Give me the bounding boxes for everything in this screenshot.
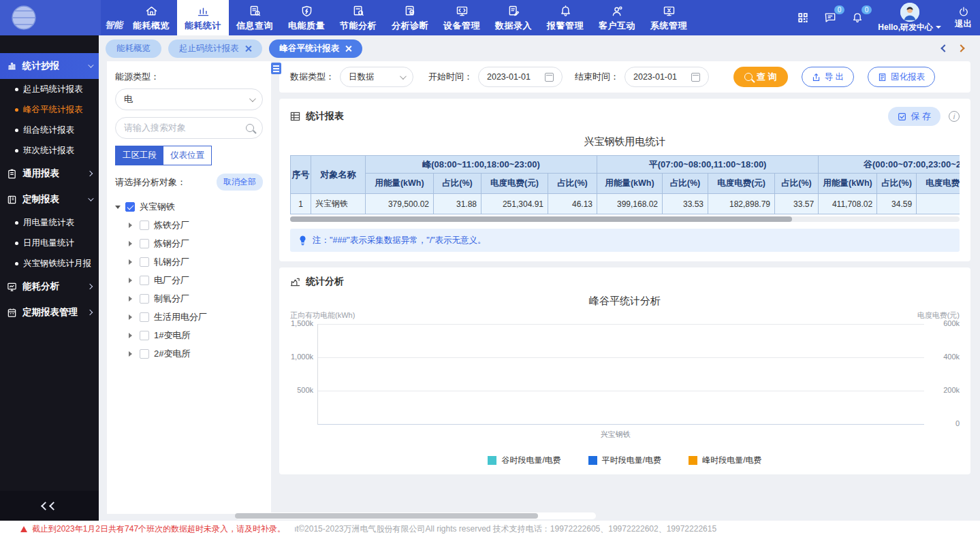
tab-peak-valley-report[interactable]: 峰谷平统计报表 — [269, 39, 363, 58]
search-input[interactable]: 请输入搜索对象 — [115, 117, 263, 139]
nav-item-device-management[interactable]: 设备管理 — [436, 0, 488, 35]
info-icon[interactable] — [949, 111, 960, 122]
notification-bell-icon[interactable]: 0 — [851, 11, 864, 25]
query-button[interactable]: 查 询 — [733, 67, 788, 87]
sidebar-item-monthly-report[interactable]: 兴宝钢铁统计月报 — [0, 253, 99, 274]
sidebar-item-peak-valley-report[interactable]: 峰谷平统计报表 — [0, 99, 99, 120]
tree-node[interactable]: 制氧分厂 — [115, 289, 263, 308]
nav-item-customer-interaction[interactable]: 客户互动 — [591, 0, 643, 35]
tree-node[interactable]: 炼钢分厂 — [115, 234, 263, 253]
start-time-label: 开始时间： — [428, 71, 473, 83]
export-button[interactable]: 导 出 — [802, 67, 854, 87]
table-title: 兴宝钢铁用电统计 — [290, 135, 960, 148]
close-icon[interactable] — [345, 46, 351, 52]
monitor-chart-icon — [7, 282, 17, 292]
tree-collapse-icon[interactable] — [129, 278, 135, 283]
home-icon — [144, 4, 159, 18]
stacked-bar-chart: 正向有功电能(kWh) 电度电费(元) 1,500k 1,000k 500k 6… — [290, 309, 960, 444]
message-icon[interactable]: 0 — [823, 11, 837, 25]
tree-node[interactable]: 2#变电所 — [115, 344, 263, 363]
tab-work-section[interactable]: 工区工段 — [116, 146, 163, 165]
nav-item-label: 设备管理 — [443, 20, 480, 32]
nav-item-analysis-diagnosis[interactable]: 分析诊断 — [384, 0, 436, 35]
cell-value: 34.59 — [877, 194, 917, 214]
nav-item-energy-overview[interactable]: 能耗概览 — [125, 0, 177, 35]
overdue-warning: 截止到2023年1月2日共有747个班次的数据超时未录入，请及时补录。 — [0, 523, 295, 535]
start-date-input[interactable]: 2023-01-01 — [478, 67, 563, 87]
close-icon[interactable] — [245, 46, 251, 52]
checkbox[interactable] — [140, 239, 149, 248]
checkbox[interactable] — [140, 294, 149, 304]
legend-item-valley[interactable]: 谷时段电量/电费 — [488, 455, 560, 466]
sidebar-group-custom-report[interactable]: 定制报表 — [0, 186, 99, 212]
nav-item-power-quality[interactable]: 电能质量 — [281, 0, 332, 35]
sidebar-group-stat-report[interactable]: 统计抄报 — [0, 53, 99, 79]
tree-expand-icon[interactable] — [115, 206, 121, 212]
sidebar-item-power-usage-stats[interactable]: 用电量统计表 — [0, 212, 99, 233]
data-type-select[interactable]: 日数据 — [340, 67, 413, 87]
checkbox[interactable] — [140, 221, 149, 230]
tree-collapse-icon[interactable] — [129, 223, 135, 228]
tab-meter-position[interactable]: 仪表位置 — [163, 146, 211, 165]
sidebar-group-general-report[interactable]: 通用报表 — [0, 161, 99, 186]
query-button-label: 查 询 — [757, 71, 777, 83]
table-horizontal-scrollbar[interactable] — [290, 216, 960, 222]
nav-item-data-entry[interactable]: 数据录入 — [488, 0, 539, 35]
chevron-left-icon[interactable] — [941, 44, 948, 52]
page-horizontal-scrollbar[interactable] — [235, 512, 596, 519]
checkbox[interactable] — [140, 349, 149, 359]
col-header-energy: 用能量(kWh) — [366, 174, 434, 194]
checkbox-checked[interactable] — [125, 202, 135, 212]
qr-code-icon[interactable] — [796, 11, 810, 25]
filter-panel-toggle-icon[interactable] — [271, 63, 281, 74]
chart-title: 峰谷平统计分析 — [290, 295, 960, 308]
nav-item-energy-stats[interactable]: 能耗统计 — [177, 0, 229, 35]
tree-collapse-icon[interactable] — [129, 241, 135, 246]
tab-energy-overview[interactable]: 能耗概览 — [106, 39, 161, 58]
logout-button[interactable]: 退出 — [955, 5, 972, 30]
checkbox[interactable] — [140, 331, 149, 340]
scrollbar-thumb[interactable] — [235, 513, 538, 519]
sidebar-item-start-stop-report[interactable]: 起止码统计报表 — [0, 79, 99, 99]
checkbox[interactable] — [140, 276, 149, 285]
tree-node-root[interactable]: 兴宝钢铁 — [115, 197, 263, 216]
tree-node[interactable]: 生活用电分厂 — [115, 308, 263, 326]
tree-node[interactable]: 炼铁分厂 — [115, 216, 263, 234]
legend-item-flat[interactable]: 平时段电量/电费 — [588, 455, 661, 466]
chevron-right-icon[interactable] — [957, 44, 964, 52]
tree-node[interactable]: 电厂分厂 — [115, 271, 263, 289]
bullet-icon — [15, 108, 18, 112]
sidebar-item-shift-report[interactable]: 班次统计报表 — [0, 140, 99, 161]
checkbox[interactable] — [140, 312, 149, 322]
nav-item-info-query[interactable]: 信息查询 — [229, 0, 281, 35]
save-button[interactable]: 保 存 — [888, 107, 941, 126]
scrollbar-thumb[interactable] — [290, 216, 792, 222]
tab-start-stop-report[interactable]: 起止码统计报表 — [168, 39, 262, 58]
cancel-all-button[interactable]: 取消全部 — [217, 174, 263, 191]
sidebar-item-combo-report[interactable]: 组合统计报表 — [0, 120, 99, 140]
cell-value: 182,898.79 — [708, 194, 775, 214]
nav-item-energy-saving-analysis[interactable]: 节能分析 — [332, 0, 384, 35]
tree-node[interactable]: 轧钢分厂 — [115, 253, 263, 271]
end-date-input[interactable]: 2023-01-01 — [625, 67, 709, 87]
legend-item-peak[interactable]: 峰时段电量/电费 — [689, 455, 761, 466]
tree-node[interactable]: 1#变电所 — [115, 326, 263, 344]
nav-item-alarm-management[interactable]: 报警管理 — [539, 0, 591, 35]
tree-collapse-icon[interactable] — [129, 351, 135, 357]
energy-type-label: 能源类型： — [115, 71, 263, 83]
sidebar-group-energy-analysis[interactable]: 能耗分析 — [0, 274, 99, 299]
sidebar-group-periodic-report-mgmt[interactable]: 定期报表管理 — [0, 299, 99, 325]
sidebar-group-label: 统计抄报 — [22, 60, 59, 72]
sidebar-collapse-button[interactable] — [0, 491, 99, 521]
energy-type-select[interactable]: 电 — [115, 88, 263, 110]
tree-collapse-icon[interactable] — [129, 314, 135, 320]
solidify-report-button[interactable]: 固化报表 — [868, 67, 935, 87]
tree-collapse-icon[interactable] — [129, 296, 135, 302]
checkbox[interactable] — [140, 257, 149, 267]
cell-value: 251,304.91 — [481, 194, 548, 214]
nav-item-system-management[interactable]: 系统管理 — [643, 0, 695, 35]
tree-collapse-icon[interactable] — [129, 333, 135, 338]
sidebar-item-daily-power-stats[interactable]: 日用电量统计 — [0, 233, 99, 253]
tree-collapse-icon[interactable] — [129, 259, 135, 265]
user-menu[interactable]: Hello,研发中心 — [878, 3, 941, 33]
